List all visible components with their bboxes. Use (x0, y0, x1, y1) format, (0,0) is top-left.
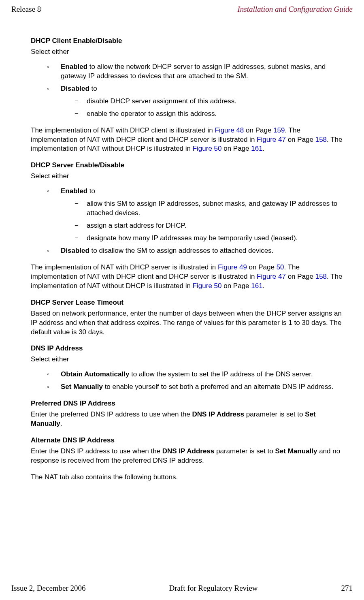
option-text: to allow the system to set the IP addres… (129, 370, 313, 378)
text: The implementation of NAT with DHCP serv… (31, 263, 218, 271)
list-item: Disabled to disallow the SM to assign ad… (47, 246, 345, 256)
list-item: Obtain Automatically to allow the system… (47, 370, 345, 379)
section-title-lease-timeout: DHCP Server Lease Timeout (31, 298, 345, 307)
text: on Page (222, 282, 251, 290)
paragraph: The NAT tab also contains the following … (31, 473, 345, 482)
option-text: to enable yourself to set both a preferr… (103, 383, 334, 391)
page-link[interactable]: 161 (251, 282, 262, 290)
page-content: DHCP Client Enable/Disable Select either… (11, 25, 353, 574)
list-item: disable DHCP server assignment of this a… (75, 97, 345, 106)
option-text: to (89, 85, 97, 92)
param-value: Set Manually (275, 447, 317, 455)
footer-right: 271 (341, 584, 353, 593)
section-title-dhcp-client: DHCP Client Enable/Disable (31, 36, 345, 46)
text: The implementation of NAT with DHCP clie… (31, 126, 215, 134)
text: . (263, 145, 265, 152)
page-link[interactable]: 158 (315, 273, 327, 280)
section-title-preferred-dns: Preferred DNS IP Address (31, 399, 345, 408)
option-text: to allow the network DHCP server to assi… (61, 63, 326, 80)
text: . (60, 420, 62, 427)
option-text: to (87, 187, 95, 195)
page-link[interactable]: 161 (251, 145, 262, 152)
text: Enter the DNS IP address to use when the (31, 447, 162, 455)
page-link[interactable]: 158 (315, 136, 327, 143)
figure-link[interactable]: Figure 50 (193, 145, 222, 152)
option-disabled: Disabled (61, 85, 89, 92)
section-lead: Select either (31, 47, 345, 57)
footer-left: Issue 2, December 2006 (11, 584, 86, 593)
list-item: Disabled to disable DHCP server assignme… (47, 84, 345, 119)
sub-list: disable DHCP server assignment of this a… (61, 97, 345, 119)
option-set-manually: Set Manually (61, 383, 103, 391)
paragraph: The implementation of NAT with DHCP clie… (31, 126, 345, 154)
paragraph: The implementation of NAT with DHCP serv… (31, 263, 345, 291)
header-left: Release 8 (11, 5, 41, 14)
text: on Page (286, 136, 315, 143)
text: on Page (244, 126, 273, 134)
figure-link[interactable]: Figure 50 (193, 282, 222, 290)
paragraph: Based on network performance, enter the … (31, 309, 345, 337)
list-item: assign a start address for DHCP. (75, 221, 345, 231)
option-obtain-auto: Obtain Automatically (61, 370, 129, 378)
list-item: enable the operator to assign this addre… (75, 109, 345, 119)
option-enabled: Enabled (61, 187, 87, 195)
page-link[interactable]: 50 (277, 263, 284, 271)
text: on Page (247, 263, 277, 271)
figure-link[interactable]: Figure 48 (215, 126, 244, 134)
list-item: Enabled to allow the network DHCP server… (47, 62, 345, 81)
param-name: DNS IP Address (192, 410, 244, 418)
section-lead: Select either (31, 355, 345, 364)
figure-link[interactable]: Figure 47 (257, 273, 286, 280)
text: parameter is set to (214, 447, 275, 455)
text: Enter the preferred DNS IP address to us… (31, 410, 192, 418)
page-link[interactable]: 159 (273, 126, 285, 134)
bullet-list: Enabled to allow this SM to assign IP ad… (31, 187, 345, 256)
figure-link[interactable]: Figure 49 (218, 263, 247, 271)
section-title-dhcp-server: DHCP Server Enable/Disable (31, 161, 345, 170)
text: on Page (286, 273, 315, 280)
param-name: DNS IP Address (162, 447, 215, 455)
header-right: Installation and Configuration Guide (238, 5, 353, 14)
list-item: allow this SM to assign IP addresses, su… (75, 199, 345, 218)
page-footer: Issue 2, December 2006 Draft for Regulat… (11, 584, 353, 593)
bullet-list: Obtain Automatically to allow the system… (31, 370, 345, 392)
section-title-alternate-dns: Alternate DNS IP Address (31, 436, 345, 445)
document-page: Release 8 Installation and Configuration… (0, 0, 364, 600)
figure-link[interactable]: Figure 47 (257, 136, 286, 143)
paragraph: Enter the DNS IP address to use when the… (31, 447, 345, 465)
list-item: designate how many IP addresses may be t… (75, 234, 345, 243)
option-enabled: Enabled (61, 63, 87, 70)
option-text: to disallow the SM to assign addresses t… (89, 247, 274, 254)
section-title-dns-ip: DNS IP Address (31, 344, 345, 353)
option-disabled: Disabled (61, 247, 89, 254)
section-lead: Select either (31, 172, 345, 181)
bullet-list: Enabled to allow the network DHCP server… (31, 62, 345, 119)
list-item: Set Manually to enable yourself to set b… (47, 382, 345, 392)
footer-center: Draft for Regulatory Review (169, 584, 258, 593)
text: . (263, 282, 265, 290)
list-item: Enabled to allow this SM to assign IP ad… (47, 187, 345, 243)
page-header: Release 8 Installation and Configuration… (11, 5, 353, 14)
sub-list: allow this SM to assign IP addresses, su… (61, 199, 345, 243)
text: parameter is set to (244, 410, 305, 418)
paragraph: Enter the preferred DNS IP address to us… (31, 410, 345, 429)
text: on Page (222, 145, 251, 152)
